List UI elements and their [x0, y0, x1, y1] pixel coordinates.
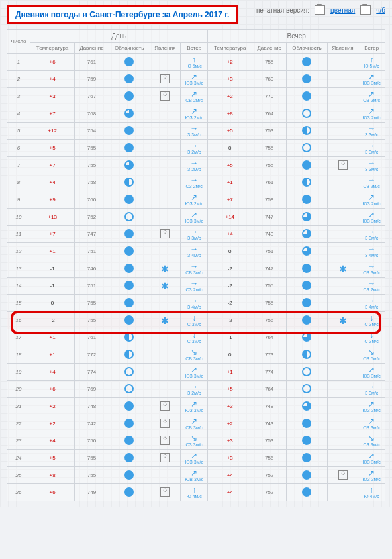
col-eve-phen: Явления — [327, 43, 358, 54]
cell-eve-temp: +3 — [208, 450, 252, 467]
cell-day-press: 761 — [75, 54, 109, 71]
print-color-link[interactable]: цветная — [330, 7, 355, 14]
cell-day-phen — [150, 432, 181, 450]
wind-cell: →СЗ 2м/с — [182, 280, 206, 292]
cell-eve-phen — [327, 105, 358, 123]
col-eve-cloud: Облачность — [287, 43, 328, 54]
cell-eve-phen — [327, 226, 358, 243]
cell-day-phen — [150, 364, 181, 381]
cell-eve-temp: +2 — [208, 54, 252, 71]
wind-arrow-icon: ↗ — [360, 107, 383, 115]
cell-eve-press: 761 — [252, 174, 287, 191]
cell-day-press: 751 — [75, 278, 109, 295]
wind-label: СЗ 2м/с — [364, 287, 380, 292]
wind-arrow-icon: ↗ — [182, 366, 206, 374]
cell-day-temp: +6 — [30, 381, 75, 398]
col-group-day: День — [30, 30, 208, 43]
wind-arrow-icon: → — [360, 297, 383, 305]
cell-day-press: 760 — [75, 191, 109, 209]
precip-icon — [160, 487, 170, 497]
cell-eve-cloud — [287, 174, 328, 191]
wind-cell: ↗ЮЗ 3м/с — [182, 73, 206, 85]
table-row: 5+12754→З 3м/с+5753→З 3м/с — [7, 123, 385, 140]
print-bw-link[interactable]: ч/б — [376, 7, 385, 14]
snow-icon: ✱ — [339, 315, 347, 326]
wind-label: СВ 2м/с — [363, 98, 380, 103]
cell-eve-temp: +2 — [208, 415, 252, 432]
cell-eve-phen — [327, 278, 358, 295]
cloud-icon — [302, 384, 311, 393]
wind-arrow-icon: ↗ — [182, 417, 206, 425]
cell-day-wind: →З 4м/с — [181, 243, 208, 260]
cell-day-phen — [150, 346, 181, 364]
cell-day-temp: -1 — [30, 278, 75, 295]
cell-num: 8 — [7, 174, 30, 191]
wind-cell: ↑Ю 4м/с — [360, 486, 383, 499]
table-row: 23+4750↘СЗ 3м/с+3753↘СЗ 3м/с — [7, 432, 385, 450]
cell-eve-wind: ↓С 3м/с — [358, 329, 385, 346]
wind-label: СЗ 3м/с — [364, 442, 380, 447]
cell-day-wind: ↗ЮЗ 3м/с — [181, 71, 208, 88]
cell-day-temp: +1 — [30, 243, 75, 260]
col-eve-temp: Температура — [208, 43, 252, 54]
col-eve-press: Давление — [252, 43, 287, 54]
cell-day-cloud — [109, 364, 150, 381]
cell-day-phen — [150, 329, 181, 346]
cell-day-cloud — [109, 174, 150, 191]
cloud-icon — [302, 453, 311, 462]
cell-eve-cloud — [287, 209, 328, 226]
wind-cell: →З 4м/с — [360, 245, 383, 258]
cell-day-cloud — [109, 346, 150, 364]
cell-eve-cloud — [287, 226, 328, 243]
cell-num: 11 — [7, 226, 30, 243]
wind-label: ЮЗ 3м/с — [362, 460, 380, 464]
cloud-icon — [302, 212, 311, 221]
wind-cell: ↗СВ 3м/с — [182, 417, 206, 430]
cell-day-temp: +7 — [30, 226, 75, 243]
cell-day-phen — [150, 88, 181, 105]
wind-cell: ↗ЮЗ 3м/с — [360, 366, 383, 378]
wind-label: ЮЗ 2м/с — [362, 201, 380, 206]
cell-num: 17 — [7, 329, 30, 346]
cell-eve-press: 770 — [252, 88, 287, 105]
wind-arrow-icon: ↗ — [182, 400, 206, 408]
wind-label: СЗ 3м/с — [186, 442, 203, 447]
cell-day-phen — [150, 226, 181, 243]
col-number: Число — [7, 30, 30, 54]
cloud-icon — [124, 178, 134, 187]
precip-icon — [160, 74, 170, 83]
cell-num: 18 — [7, 346, 30, 364]
cell-day-phen: ✱ — [150, 278, 181, 295]
wind-cell: ↘СВ 3м/с — [182, 348, 206, 361]
cell-day-wind: →З 2м/с — [181, 381, 208, 398]
cell-day-cloud — [109, 398, 150, 415]
precip-icon — [338, 470, 348, 480]
wind-label: СВ 2м/с — [185, 98, 203, 103]
wind-arrow-icon: ↑ — [360, 56, 383, 64]
cloud-icon — [302, 487, 311, 497]
cell-eve-wind: ↗ЮЗ 3м/с — [358, 71, 385, 88]
cell-day-phen — [150, 157, 181, 174]
wind-label: Ю 4м/с — [364, 494, 379, 499]
cell-eve-phen — [327, 381, 358, 398]
wind-cell: →З 2м/с — [182, 383, 206, 395]
wind-cell: ↗ЮЗ 2м/с — [360, 193, 383, 206]
wind-arrow-icon: → — [360, 159, 383, 167]
cell-eve-press: 752 — [252, 484, 287, 501]
wind-cell: ↗ЮЗ 3м/с — [182, 452, 206, 464]
cell-day-temp: +6 — [30, 484, 75, 501]
cloud-icon — [124, 109, 134, 118]
cell-eve-cloud — [287, 329, 328, 346]
cell-day-wind: →СЗ 2м/с — [181, 278, 208, 295]
cell-day-wind: ↗ЮЗ 3м/с — [181, 450, 208, 467]
cell-eve-temp: +1 — [208, 174, 252, 191]
cell-day-temp: +7 — [30, 157, 75, 174]
cell-eve-cloud — [287, 71, 328, 88]
table-row: 19+4774↗ЮЗ 3м/с+1774↗ЮЗ 3м/с — [7, 364, 385, 381]
cell-day-wind: ↗СВ 2м/с — [181, 88, 208, 105]
wind-label: З 2м/с — [187, 167, 201, 172]
cell-eve-temp: 0 — [208, 243, 252, 260]
cell-eve-wind: →СВ 3м/с — [358, 260, 385, 278]
cell-eve-temp: +3 — [208, 71, 252, 88]
cell-eve-wind: →З 3м/с — [358, 381, 385, 398]
